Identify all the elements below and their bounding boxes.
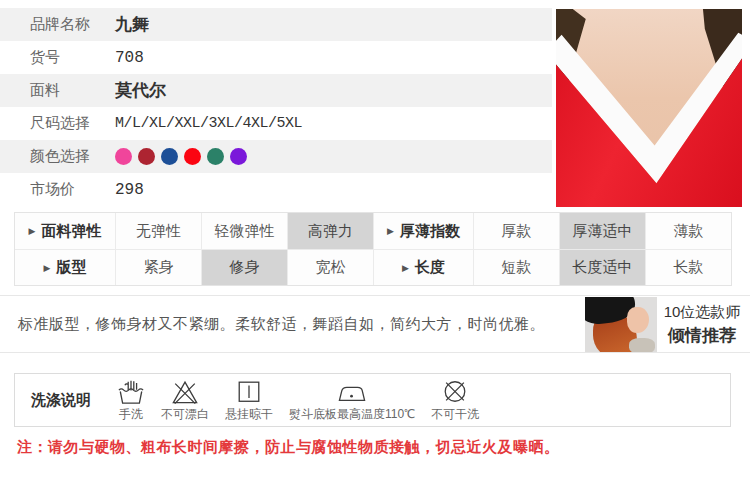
spec-value: 莫代尔 <box>115 79 552 102</box>
attr-option[interactable]: 修身 <box>201 250 287 285</box>
spec-label: 品牌名称 <box>0 15 115 34</box>
attribute-table: ▶ 面料弹性 无弹性 轻微弹性 高弹力 ▶ 厚薄指数 厚款 厚薄适中 薄款 ▶ … <box>14 212 732 286</box>
no-dry-clean-icon <box>441 378 469 405</box>
description-band: 标准版型，修饰身材又不紧绷。柔软舒适，舞蹈自如，简约大方，时尚优雅。 10位选款… <box>0 295 750 353</box>
product-detail-page: 品牌名称 九舞 货号 708 面料 莫代尔 尺码选择 M/L/XL/XXL/3X… <box>0 0 750 480</box>
attr-label-length: ▶ 长度 <box>373 250 473 285</box>
spec-value: 九舞 <box>115 13 552 36</box>
attr-option[interactable]: 短款 <box>473 250 559 285</box>
stylist-scarf-shape <box>629 338 655 352</box>
attribute-row: ▶ 面料弹性 无弹性 轻微弹性 高弹力 ▶ 厚薄指数 厚款 厚薄适中 薄款 <box>15 213 731 249</box>
stylist-line1: 10位选款师 <box>664 303 741 322</box>
attr-option[interactable]: 厚薄适中 <box>559 213 645 249</box>
wash-item-no-dry-clean: 不可干洗 <box>431 378 479 423</box>
wash-item-iron: 熨斗底板最高温度110℃ <box>289 378 415 423</box>
attr-label-text: 厚薄指数 <box>400 222 460 241</box>
spec-label: 货号 <box>0 48 115 67</box>
spec-row-colors: 颜色选择 <box>0 140 552 173</box>
color-swatch-darkred[interactable] <box>138 148 155 165</box>
spec-row-item-number: 货号 708 <box>0 41 552 74</box>
product-photo <box>556 9 742 207</box>
spec-value: 708 <box>115 49 552 67</box>
wash-item-label: 不可漂白 <box>161 406 209 423</box>
stylist-recommendation: 10位选款师 倾情推荐 <box>662 296 742 354</box>
attr-label-thickness: ▶ 厚薄指数 <box>373 213 473 249</box>
color-swatch-pink[interactable] <box>115 148 132 165</box>
triangle-right-icon: ▶ <box>44 263 51 273</box>
iron-max-110-icon <box>337 378 367 405</box>
attr-option[interactable]: 厚款 <box>473 213 559 249</box>
spec-row-brand: 品牌名称 九舞 <box>0 8 552 41</box>
wash-item-label: 不可干洗 <box>431 406 479 423</box>
hand-wash-icon <box>117 378 145 405</box>
washing-instructions-box: 洗涤说明 手洗 不可漂白 <box>14 373 731 427</box>
attr-label-text: 长度 <box>415 258 445 277</box>
spec-row-fabric: 面料 莫代尔 <box>0 74 552 107</box>
attr-label-cut: ▶ 版型 <box>15 250 115 285</box>
attr-option-group: 无弹性 轻微弹性 高弹力 <box>115 213 373 249</box>
attr-option[interactable]: 高弹力 <box>287 213 373 249</box>
attr-label-text: 面料弹性 <box>41 222 101 241</box>
wash-item-hand-wash: 手洗 <box>117 378 145 423</box>
care-note: 注：请勿与硬物、粗布长时间摩擦，防止与腐蚀性物质接触，切忌近火及曝晒。 <box>17 438 560 457</box>
triangle-right-icon: ▶ <box>29 226 36 236</box>
attr-option[interactable]: 宽松 <box>287 250 373 285</box>
attribute-row: ▶ 版型 紧身 修身 宽松 ▶ 长度 短款 长度适中 长款 <box>15 249 731 285</box>
wash-item-label: 手洗 <box>119 406 143 423</box>
spec-label: 市场价 <box>0 180 115 199</box>
color-swatch-green[interactable] <box>207 148 224 165</box>
attr-option[interactable]: 无弹性 <box>115 213 201 249</box>
wash-item-label: 熨斗底板最高温度110℃ <box>289 406 415 423</box>
attr-option-group: 短款 长度适中 长款 <box>473 250 731 285</box>
spec-table: 品牌名称 九舞 货号 708 面料 莫代尔 尺码选择 M/L/XL/XXL/3X… <box>0 8 552 206</box>
spec-label: 尺码选择 <box>0 114 115 133</box>
attr-option-group: 紧身 修身 宽松 <box>115 250 373 285</box>
stylist-line2: 倾情推荐 <box>668 324 736 347</box>
description-text: 标准版型，修饰身材又不紧绷。柔软舒适，舞蹈自如，简约大方，时尚优雅。 <box>18 315 545 334</box>
stylist-photo <box>585 297 657 352</box>
wash-item-label: 悬挂晾干 <box>225 406 273 423</box>
washing-label: 洗涤说明 <box>31 391 91 410</box>
attr-label-elasticity: ▶ 面料弹性 <box>15 213 115 249</box>
spec-row-market-price: 市场价 298 <box>0 173 552 206</box>
attr-option[interactable]: 长款 <box>645 250 731 285</box>
color-swatch-blue[interactable] <box>161 148 178 165</box>
color-swatch-red[interactable] <box>184 148 201 165</box>
color-swatch-purple[interactable] <box>230 148 247 165</box>
wash-item-no-bleach: 不可漂白 <box>161 378 209 423</box>
attr-option[interactable]: 紧身 <box>115 250 201 285</box>
hang-dry-icon <box>235 378 263 405</box>
color-swatch-row <box>115 148 552 165</box>
spec-value: M/L/XL/XXL/3XL/4XL/5XL <box>115 115 552 132</box>
no-bleach-icon <box>171 378 199 405</box>
attr-option[interactable]: 轻微弹性 <box>201 213 287 249</box>
triangle-right-icon: ▶ <box>387 226 394 236</box>
attr-label-text: 版型 <box>56 258 86 277</box>
attr-option[interactable]: 长度适中 <box>559 250 645 285</box>
spec-row-sizes: 尺码选择 M/L/XL/XXL/3XL/4XL/5XL <box>0 107 552 140</box>
wash-item-hang-dry: 悬挂晾干 <box>225 378 273 423</box>
attr-option-group: 厚款 厚薄适中 薄款 <box>473 213 731 249</box>
spec-label: 颜色选择 <box>0 147 115 166</box>
triangle-right-icon: ▶ <box>402 263 409 273</box>
spec-value: 298 <box>115 181 552 199</box>
attr-option[interactable]: 薄款 <box>645 213 731 249</box>
stylist-face-shape <box>627 307 649 333</box>
spec-label: 面料 <box>0 81 115 100</box>
